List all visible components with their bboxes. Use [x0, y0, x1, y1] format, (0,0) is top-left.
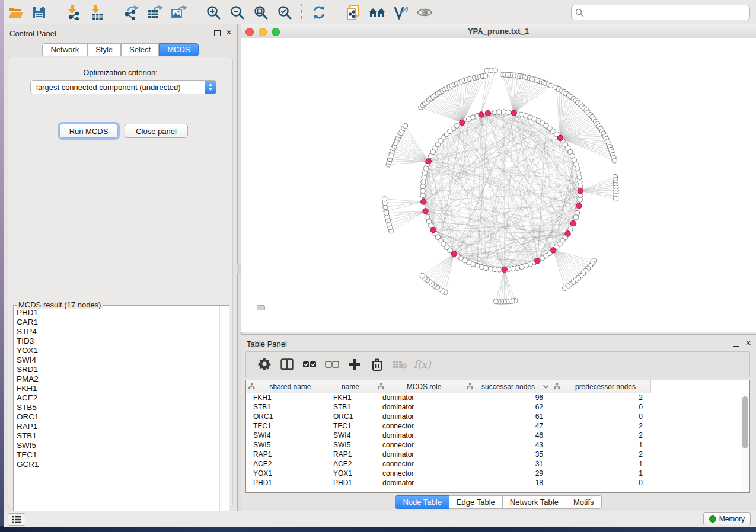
show-graphics-details-icon[interactable]	[414, 3, 435, 22]
zoom-in-icon[interactable]	[203, 3, 224, 22]
cell-shared-name: ACE2	[246, 459, 326, 469]
mcds-result-item[interactable]: TEC1	[17, 450, 220, 460]
import-table-icon[interactable]	[87, 3, 107, 22]
mcds-result-title: MCDS result (17 nodes)	[17, 300, 103, 309]
clone-network-icon[interactable]	[343, 3, 363, 22]
mcds-result-item[interactable]: RAP1	[17, 422, 220, 431]
mcds-result-item[interactable]: SRD1	[17, 365, 220, 374]
refresh-icon[interactable]	[309, 3, 329, 22]
table-row[interactable]: ACE2ACE2connector311	[246, 459, 741, 469]
table-toolbar: f(x)	[245, 351, 750, 377]
cell-predecessor-nodes: 0	[551, 412, 651, 421]
show-columns-icon[interactable]	[276, 354, 298, 374]
table-row[interactable]: YOX1YOX1connector291	[246, 469, 741, 478]
close-panel-button[interactable]: Close panel	[125, 124, 188, 138]
close-panel-icon[interactable]: ✕	[226, 28, 232, 37]
cell-name: ORC1	[326, 412, 375, 421]
table-row[interactable]: SWI5SWI5connector431	[246, 440, 741, 450]
column-header-shared-name[interactable]: shared name	[246, 380, 326, 393]
import-network-icon[interactable]	[63, 3, 84, 22]
mcds-result-item[interactable]: SWI5	[17, 441, 220, 450]
search-box[interactable]	[571, 5, 750, 20]
float-window-icon[interactable]	[214, 30, 221, 36]
mcds-result-item[interactable]: STP4	[17, 327, 220, 336]
mcds-result-item[interactable]: YOX1	[17, 346, 220, 355]
tab-motifs[interactable]: Motifs	[566, 495, 602, 509]
network-window-titlebar[interactable]: YPA_prune.txt_1	[241, 24, 756, 39]
cell-shared-name: STB1	[246, 402, 326, 412]
table-header-row: shared namenameMCDS rolesuccessor nodesp…	[246, 380, 651, 393]
cell-mcds-role: dominator	[375, 450, 464, 459]
hide-visual-props-icon[interactable]	[391, 3, 411, 22]
export-table-icon[interactable]	[145, 3, 165, 22]
add-column-icon[interactable]	[343, 354, 366, 374]
mcds-result-item[interactable]: SWI4	[17, 355, 220, 365]
table-row[interactable]: RAP1RAP1dominator352	[246, 450, 741, 459]
table-row[interactable]: ORC1ORC1dominator610	[246, 412, 741, 421]
table-row[interactable]: FKH1FKH1dominator962	[246, 393, 741, 402]
delete-column-icon[interactable]	[366, 354, 388, 374]
mcds-result-item[interactable]: GCR1	[17, 460, 220, 469]
cell-mcds-role: dominator	[375, 402, 464, 412]
optimization-criterion-dropdown[interactable]: largest connected component (undirected)	[30, 80, 216, 94]
unselect-all-icon[interactable]	[321, 354, 343, 374]
mcds-list-scrollbar[interactable]	[219, 306, 228, 514]
select-all-icon[interactable]	[298, 354, 321, 374]
close-panel-icon[interactable]: ✕	[745, 339, 751, 347]
mcds-result-item[interactable]: FKH1	[17, 384, 220, 393]
mcds-result-item[interactable]: CAR1	[17, 318, 220, 327]
mcds-result-item[interactable]: STB5	[17, 403, 220, 412]
control-panel-title: Control Panel	[9, 29, 56, 38]
table-row[interactable]: STB1STB1dominator620	[246, 402, 741, 412]
zoom-selected-icon[interactable]	[275, 3, 295, 22]
horizontal-splitter-grip[interactable]	[257, 305, 265, 310]
run-mcds-button[interactable]: Run MCDS	[59, 124, 118, 138]
network-canvas[interactable]	[241, 38, 756, 332]
column-header-predecessor-nodes[interactable]: predecessor nodes	[551, 380, 651, 393]
tab-style[interactable]: Style	[87, 43, 121, 56]
cell-mcds-role: connector	[375, 421, 464, 431]
column-header-mcds-role[interactable]: MCDS role	[375, 380, 464, 393]
search-input[interactable]	[584, 8, 746, 17]
table-row[interactable]: TEC1TEC1connector472	[246, 421, 741, 431]
mcds-result-item[interactable]: PHD1	[17, 308, 220, 318]
tab-network[interactable]: Network	[42, 43, 87, 56]
function-builder-icon[interactable]: f(x)	[411, 354, 433, 374]
cell-name: STB1	[326, 402, 375, 412]
mcds-result-item[interactable]: PMA2	[17, 374, 220, 384]
save-session-icon[interactable]	[29, 3, 49, 22]
settings-gear-icon[interactable]	[253, 354, 276, 374]
network-graph[interactable]	[241, 38, 756, 332]
open-file-icon[interactable]	[5, 3, 25, 22]
tab-network-table[interactable]: Network Table	[503, 495, 566, 509]
memory-label: Memory	[719, 515, 745, 523]
mcds-result-item[interactable]: ORC1	[17, 412, 220, 422]
float-window-icon[interactable]	[733, 341, 739, 347]
tab-node-table[interactable]: Node Table	[395, 495, 449, 509]
mcds-result-item[interactable]: STB1	[17, 431, 220, 441]
table-scrollbar[interactable]	[741, 393, 749, 492]
delete-table-icon[interactable]	[388, 354, 411, 374]
zoom-out-icon[interactable]	[227, 3, 247, 22]
cell-successor-nodes: 61	[464, 412, 551, 421]
scrollbar-thumb[interactable]	[742, 396, 748, 448]
mcds-result-item[interactable]: TID3	[17, 336, 220, 346]
column-header-name[interactable]: name	[326, 380, 375, 393]
mcds-result-list[interactable]: PHD1CAR1STP4TID3YOX1SWI4SRD1PMA2FKH1ACE2…	[14, 306, 220, 514]
cell-predecessor-nodes: 0	[551, 478, 651, 488]
tab-mcds[interactable]: MCDS	[159, 43, 198, 56]
table-row[interactable]: SWI4SWI4dominator462	[246, 431, 741, 440]
table-row[interactable]: PHD1PHD1dominator180	[246, 478, 741, 488]
tab-select[interactable]: Select	[121, 43, 159, 56]
task-history-button[interactable]	[8, 513, 25, 526]
export-image-icon[interactable]	[169, 3, 189, 22]
column-header-successor-nodes[interactable]: successor nodes	[464, 380, 551, 393]
cell-mcds-role: connector	[375, 459, 464, 469]
memory-button[interactable]: Memory	[703, 512, 751, 525]
home-layout-icon[interactable]	[367, 3, 387, 22]
dropdown-stepper-icon	[205, 81, 216, 94]
tab-edge-table[interactable]: Edge Table	[449, 495, 503, 509]
zoom-fit-icon[interactable]	[251, 3, 271, 22]
mcds-result-item[interactable]: ACE2	[17, 393, 220, 403]
export-network-icon[interactable]	[122, 3, 142, 22]
